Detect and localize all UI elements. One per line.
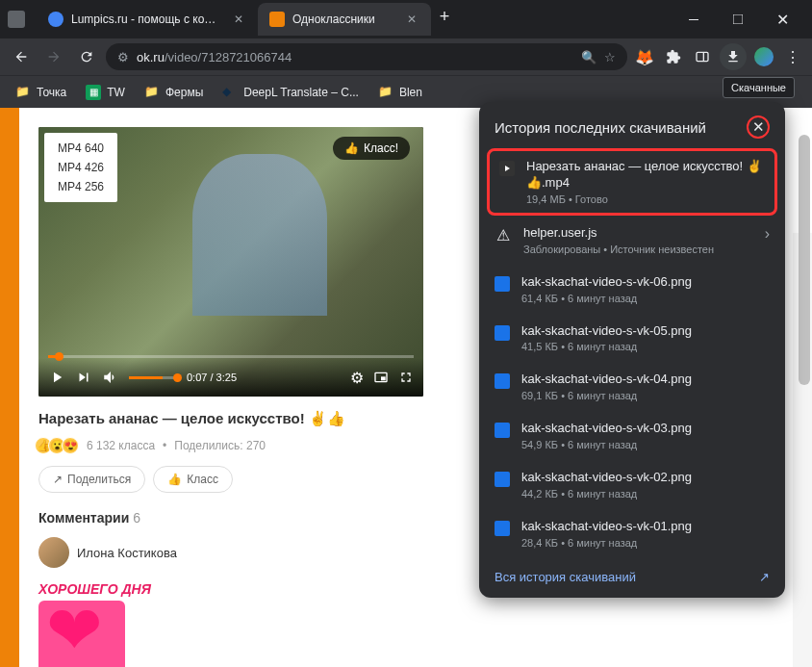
folder-icon: 📁 (15, 85, 31, 100)
downloads-history-link[interactable]: Вся история скачиваний ↗ (479, 558, 785, 590)
download-item[interactable]: kak-skachat-video-s-vk-03.png54,9 КБ • 6… (479, 411, 785, 460)
site-settings-icon[interactable]: ⚙ (117, 50, 129, 64)
shares-count: Поделились: 270 (174, 439, 266, 452)
download-filename: kak-skachat-video-s-vk-01.png (521, 519, 770, 535)
star-icon[interactable]: ☆ (604, 50, 616, 64)
share-icon: ↗ (53, 473, 63, 486)
video-time: 0:07 / 3:25 (187, 372, 237, 383)
file-icon (495, 325, 510, 341)
download-item[interactable]: kak-skachat-video-s-vk-04.png69,1 КБ • 6… (479, 362, 785, 411)
menu-icon[interactable]: ⋮ (781, 45, 804, 68)
quality-menu: MP4 640 MP4 426 MP4 256 (44, 133, 117, 202)
bookmark-deepl[interactable]: ◆DeepL Translate – С... (215, 81, 367, 104)
tab-title: Lumpics.ru - помощь с компью (71, 13, 223, 26)
download-filename: Нарезать ананас — целое искусство! ✌️👍.m… (526, 159, 765, 192)
bookmark-tochka[interactable]: 📁Точка (8, 81, 74, 104)
deepl-icon: ◆ (222, 85, 238, 100)
volume-slider[interactable] (129, 376, 177, 379)
bookmark-fermy[interactable]: 📁Фермы (137, 81, 211, 104)
download-item[interactable]: kak-skachat-video-s-vk-05.png41,5 КБ • 6… (479, 314, 785, 363)
downloads-icon[interactable] (720, 43, 747, 70)
tab-strip: Lumpics.ru - помощь с компью ✕ Однокласс… (37, 3, 672, 36)
download-item[interactable]: Нарезать ананас — целое искусство! ✌️👍.m… (487, 148, 777, 216)
tab-title: Одноклассники (292, 13, 396, 26)
minimize-button[interactable] (672, 4, 716, 35)
reload-button[interactable] (73, 43, 100, 70)
download-meta: 41,5 КБ • 6 минут назад (521, 341, 770, 352)
thumbs-up-icon: 👍 (344, 141, 359, 155)
video-controls: 0:07 / 3:25 ⚙ (38, 358, 423, 397)
address-bar[interactable]: ⚙ ok.ru/video/7128721066744 🔍 ☆ (106, 43, 627, 70)
close-downloads-button[interactable]: ✕ (747, 115, 770, 139)
download-meta: 28,4 КБ • 6 минут назад (521, 537, 770, 549)
zoom-icon[interactable]: 🔍 (581, 50, 596, 64)
next-button[interactable] (75, 369, 92, 386)
tab-odnoklassniki[interactable]: Одноклассники ✕ (258, 3, 431, 36)
settings-icon[interactable]: ⚙ (350, 369, 364, 387)
maximize-button[interactable] (716, 4, 760, 35)
file-icon (495, 521, 510, 536)
download-meta: 54,9 КБ • 6 минут назад (521, 439, 770, 450)
favicon-ok (269, 12, 285, 27)
avatar (38, 537, 69, 568)
window-controls: ✕ (672, 4, 804, 35)
like-pill[interactable]: 👍 Класс! (333, 137, 410, 160)
volume-icon[interactable] (102, 369, 119, 386)
new-tab-button[interactable]: + (431, 3, 458, 30)
download-item[interactable]: kak-skachat-video-s-vk-01.png28,4 КБ • 6… (479, 509, 785, 558)
file-icon (495, 276, 510, 292)
forward-button[interactable] (40, 43, 67, 70)
quality-option[interactable]: MP4 426 (44, 158, 117, 177)
fullscreen-icon[interactable] (398, 370, 414, 385)
reaction-icons[interactable]: 👍😮😍 (38, 437, 79, 454)
file-icon (495, 472, 510, 487)
app-icon (8, 11, 25, 28)
downloads-header: История последних скачиваний ✕ (479, 102, 785, 148)
extension-fox-icon[interactable]: 🦊 (633, 45, 656, 68)
svg-rect-2 (697, 52, 708, 61)
download-item[interactable]: kak-skachat-video-s-vk-02.png44,2 КБ • 6… (479, 460, 785, 509)
quality-option[interactable]: MP4 256 (44, 177, 117, 196)
bookmark-blen[interactable]: 📁Blen (370, 81, 430, 104)
back-button[interactable] (8, 43, 35, 70)
svg-rect-5 (381, 376, 386, 380)
bookmark-tw[interactable]: ▦TW (78, 81, 133, 104)
url-text: ok.ru/video/7128721066744 (137, 50, 573, 64)
file-icon (499, 161, 515, 176)
download-meta: Заблокированы • Источник неизвестен (523, 244, 753, 255)
file-icon: ⚠ (495, 227, 512, 244)
download-meta: 19,4 МБ • Готово (526, 193, 765, 205)
download-filename: kak-skachat-video-s-vk-03.png (521, 421, 770, 437)
side-panel-icon[interactable] (691, 45, 714, 68)
tab-lumpics[interactable]: Lumpics.ru - помощь с компью ✕ (37, 3, 258, 36)
download-filename: helper.user.js (523, 225, 753, 242)
file-icon (495, 373, 510, 389)
video-player[interactable]: MP4 640 MP4 426 MP4 256 👍 Класс! 0:07 / … (38, 127, 423, 397)
titlebar: Lumpics.ru - помощь с компью ✕ Однокласс… (0, 0, 812, 38)
username: Илона Костикова (77, 546, 177, 560)
share-button[interactable]: ↗Поделиться (38, 466, 145, 493)
downloads-popup: История последних скачиваний ✕ Нарезать … (479, 102, 785, 598)
pip-icon[interactable] (373, 370, 389, 385)
download-item[interactable]: ⚠helper.user.jsЗаблокированы • Источник … (479, 216, 785, 265)
close-icon[interactable]: ✕ (404, 12, 419, 27)
svg-rect-0 (689, 19, 698, 20)
close-icon[interactable]: ✕ (231, 12, 246, 27)
download-item[interactable]: kak-skachat-video-s-vk-06.png61,4 КБ • 6… (479, 265, 785, 314)
extensions-icon[interactable] (662, 45, 685, 68)
scrollbar[interactable] (799, 135, 810, 385)
thumbs-up-icon: 👍 (167, 473, 182, 486)
favicon-lumpics (48, 12, 63, 27)
toolbar: ⚙ ok.ru/video/7128721066744 🔍 ☆ 🦊 ⋮ (0, 38, 812, 75)
open-icon: ↗ (759, 570, 770, 584)
close-window-button[interactable]: ✕ (760, 4, 804, 35)
play-button[interactable] (48, 369, 65, 386)
download-filename: kak-skachat-video-s-vk-05.png (521, 323, 770, 340)
class-button[interactable]: 👍Класс (153, 466, 233, 493)
downloads-tooltip: Скачанные (723, 77, 795, 98)
sticker: ХОРОШЕГО ДНЯ (38, 581, 183, 667)
reactions-count: 6 132 класса (87, 439, 155, 452)
quality-option[interactable]: MP4 640 (44, 139, 117, 158)
chevron-right-icon[interactable]: › (765, 225, 770, 243)
profile-icon[interactable] (752, 45, 775, 68)
